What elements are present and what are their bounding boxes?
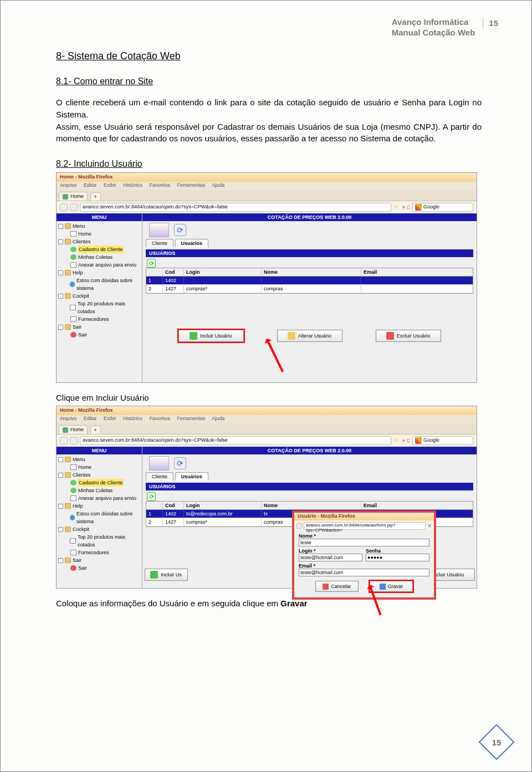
tree-item[interactable]: -Cockpit — [58, 292, 140, 300]
tree-item[interactable]: -Sair — [58, 323, 140, 331]
refresh-icon[interactable]: ⟳ — [174, 224, 186, 236]
expand-icon[interactable]: - — [58, 270, 63, 275]
tree-item[interactable]: -Menu — [58, 456, 140, 463]
tree-item[interactable]: -Clientes — [58, 238, 140, 246]
expand-icon[interactable] — [64, 465, 69, 470]
bookmark-star-icon[interactable]: ☆ — [393, 437, 400, 444]
tree-item[interactable]: -Help — [58, 502, 140, 510]
tree-item[interactable]: Fornecedores — [58, 315, 140, 323]
nav-fwd-icon[interactable] — [70, 203, 78, 211]
tree-item[interactable]: Anexar arquivo para envio — [58, 261, 140, 269]
expand-icon[interactable] — [64, 480, 69, 485]
browser-tab-new[interactable]: + — [90, 192, 101, 201]
nav-tree[interactable]: -MenuHome-ClientesCadastro de ClienteMin… — [57, 221, 142, 340]
search-box[interactable]: Google — [412, 436, 473, 445]
menu-favoritos[interactable]: Favoritos — [150, 416, 170, 421]
expand-icon[interactable] — [64, 305, 68, 310]
expand-icon[interactable] — [64, 255, 69, 260]
refresh-grid-icon[interactable]: ⟳ — [147, 259, 156, 268]
expand-icon[interactable] — [64, 566, 69, 571]
expand-icon[interactable] — [64, 247, 69, 252]
table-row[interactable]: 2 1427 compras* compras — [146, 285, 473, 293]
tree-item[interactable]: Cadastro de Cliente — [58, 246, 140, 253]
browser-tab-home[interactable]: Home — [59, 425, 88, 434]
expand-icon[interactable]: - — [58, 558, 63, 563]
nav-back-icon[interactable] — [296, 523, 302, 529]
input-email[interactable] — [299, 569, 429, 576]
table-row[interactable]: 1 1402 — [146, 277, 473, 285]
search-box[interactable]: Google — [412, 203, 473, 212]
close-icon[interactable]: × — [427, 522, 432, 530]
expand-icon[interactable]: - — [58, 504, 63, 509]
expand-icon[interactable]: - — [58, 527, 63, 532]
expand-icon[interactable] — [64, 263, 69, 268]
tree-item[interactable]: Sair — [58, 331, 140, 339]
tree-item[interactable]: Home — [58, 230, 140, 238]
expand-icon[interactable] — [64, 282, 68, 287]
tree-item[interactable]: -Cockpit — [58, 525, 140, 533]
menu-arquivo[interactable]: Arquivo — [60, 182, 77, 188]
nav-back-icon[interactable] — [60, 203, 68, 211]
tree-item[interactable]: Fornecedores — [58, 549, 140, 556]
tree-item[interactable]: Sair — [58, 564, 140, 572]
refresh-grid-icon[interactable]: ⟳ — [147, 492, 156, 501]
tab-usuarios[interactable]: Usuários — [175, 239, 209, 247]
menu-editar[interactable]: Editar — [84, 182, 97, 188]
menu-ajuda[interactable]: Ajuda — [212, 416, 224, 421]
menu-exibir[interactable]: Exibir — [104, 416, 116, 421]
expand-icon[interactable]: - — [58, 457, 63, 462]
tree-item[interactable]: Cadastro de Cliente — [58, 479, 140, 487]
dialog-url[interactable]: avanco.seven.com.br:8484/cotacao/form.js… — [304, 522, 426, 530]
menu-editar[interactable]: Editar — [84, 416, 97, 421]
address-bar[interactable]: avanco.seven.com.br:8484/cotacao/open.do… — [80, 436, 391, 445]
address-bar[interactable]: avanco.seven.com.br:8484/cotacao/open.do… — [80, 203, 391, 212]
tree-item[interactable]: Anexar arquivo para envio — [58, 494, 140, 502]
menu-ferramentas[interactable]: Ferramentas — [177, 416, 205, 421]
expand-icon[interactable] — [64, 317, 69, 322]
menu-favoritos[interactable]: Favoritos — [150, 182, 170, 188]
browser-tab-home[interactable]: Home — [59, 192, 88, 201]
nav-back-icon[interactable] — [60, 437, 68, 444]
menu-ferramentas[interactable]: Ferramentas — [177, 182, 205, 188]
expand-icon[interactable] — [64, 232, 69, 237]
refresh-icon[interactable]: ⟳ — [174, 457, 186, 469]
incluir-usuario-button[interactable]: Incluir Usuário — [178, 330, 244, 342]
expand-icon[interactable] — [64, 488, 69, 493]
menu-historico[interactable]: Histórico — [123, 416, 142, 421]
tree-item[interactable]: Home — [58, 463, 140, 471]
bookmark-star-icon[interactable]: ☆ — [393, 204, 400, 211]
expand-icon[interactable] — [64, 496, 69, 501]
menu-arquivo[interactable]: Arquivo — [60, 416, 77, 421]
expand-icon[interactable] — [64, 333, 69, 338]
expand-icon[interactable]: - — [58, 239, 63, 244]
gravar-button[interactable]: Gravar — [370, 581, 413, 592]
tree-item[interactable]: Estou com dúvidas sobre sistema — [58, 510, 140, 525]
tree-item[interactable]: -Sair — [58, 556, 140, 564]
alterar-usuario-button[interactable]: Alterar Usuário — [277, 330, 342, 342]
tree-item[interactable]: Minhas Coletas — [58, 253, 140, 261]
expand-icon[interactable] — [64, 515, 68, 520]
input-login[interactable] — [299, 554, 362, 561]
expand-icon[interactable]: - — [58, 224, 63, 229]
menu-historico[interactable]: Histórico — [123, 182, 142, 188]
input-nome[interactable] — [299, 539, 429, 546]
expand-icon[interactable]: - — [58, 473, 63, 478]
users-grid[interactable]: Cod Login Nome Email 1 1402 2 142 — [146, 268, 473, 294]
tree-item[interactable]: Minhas Coletas — [58, 487, 140, 494]
expand-icon[interactable]: - — [58, 325, 63, 330]
tab-cliente[interactable]: Cliente — [146, 472, 173, 480]
tree-item[interactable]: Top 20 produtos mais cotados — [58, 300, 140, 315]
nav-fwd-icon[interactable] — [70, 437, 78, 444]
incluir-usuario-button[interactable]: Incluir Us — [145, 569, 188, 581]
tab-usuarios[interactable]: Usuários — [175, 472, 209, 480]
browser-menubar[interactable]: Arquivo Editar Exibir Histórico Favorito… — [57, 415, 477, 423]
tree-item[interactable]: -Menu — [58, 222, 140, 230]
menu-exibir[interactable]: Exibir — [104, 182, 116, 188]
tree-item[interactable]: -Clientes — [58, 471, 140, 479]
menu-ajuda[interactable]: Ajuda — [212, 182, 224, 188]
cancelar-button[interactable]: Cancelar — [315, 581, 359, 592]
nav-tree[interactable]: -MenuHome-ClientesCadastro de ClienteMin… — [57, 454, 142, 573]
browser-menubar[interactable]: Arquivo Editar Exibir Histórico Favorito… — [57, 182, 477, 190]
tree-item[interactable]: Estou com dúvidas sobre sistema — [58, 277, 140, 292]
tree-item[interactable]: -Help — [58, 269, 140, 277]
